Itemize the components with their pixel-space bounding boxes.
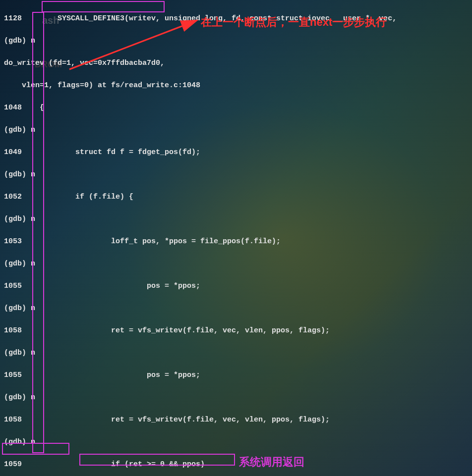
- gdb-prompt-line: (gdb) n: [4, 36, 468, 47]
- gdb-prompt-line: (gdb) n: [4, 437, 468, 448]
- gdb-prompt-line: (gdb) n: [4, 392, 468, 404]
- code-line: do_writev (fd=1, vec=0x7ffdbacba7d0,: [4, 58, 468, 69]
- gdb-prompt-line: (gdb) n: [4, 303, 468, 315]
- code-line: 1052 if (f.file) {: [4, 192, 468, 203]
- gdb-terminal-output[interactable]: 1128 SYSCALL_DEFINE3(writev, unsigned lo…: [4, 2, 468, 476]
- code-line: 1048 {: [4, 103, 468, 114]
- code-line: 1053 loff_t pos, *ppos = file_ppos(f.fil…: [4, 236, 468, 248]
- gdb-prompt-line: (gdb) n: [4, 169, 468, 181]
- code-line: 1055 pos = *ppos;: [4, 370, 468, 381]
- gdb-prompt-line: (gdb) n: [4, 348, 468, 359]
- code-line: 1058 ret = vfs_writev(f.file, vec, vlen,…: [4, 415, 468, 426]
- gdb-prompt-line: (gdb) n: [4, 214, 468, 225]
- gdb-prompt-line: (gdb) n: [4, 259, 468, 270]
- code-line: 1058 ret = vfs_writev(f.file, vec, vlen,…: [4, 325, 468, 337]
- annotation-next-step: 在上一个断点后，一直next一步步执行: [201, 15, 387, 30]
- code-line: 1049 struct fd f = fdget_pos(fd);: [4, 147, 468, 159]
- code-line: 1055 pos = *ppos;: [4, 281, 468, 292]
- annotation-syscall-return: 系统调用返回: [239, 455, 304, 470]
- code-line: 1059 if (ret >= 0 && ppos): [4, 459, 468, 471]
- code-line: vlen=1, flags=0) at fs/read_write.c:1048: [4, 80, 468, 92]
- gdb-prompt-line: (gdb) n: [4, 125, 468, 136]
